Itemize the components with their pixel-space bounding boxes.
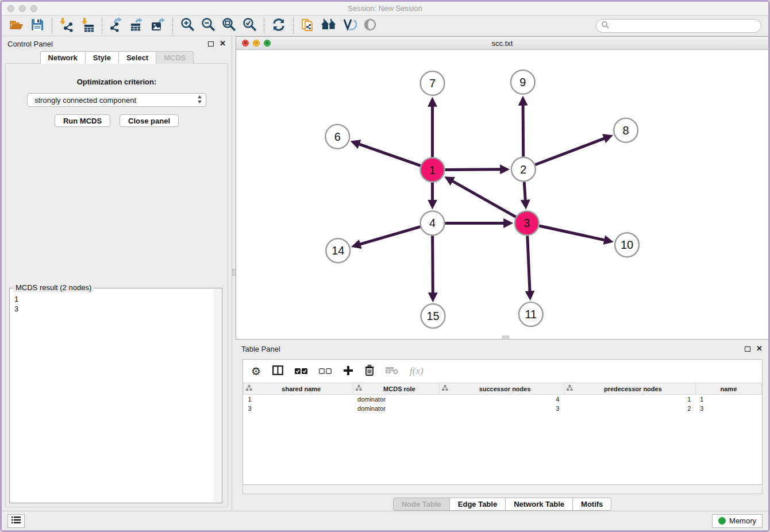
- cell-MCDS-role[interactable]: dominator: [353, 395, 440, 404]
- open-folder-icon: [9, 17, 24, 34]
- clone-network-button[interactable]: [298, 17, 318, 35]
- export-image-button[interactable]: [148, 17, 168, 35]
- table-options-button[interactable]: ⚙: [251, 365, 261, 378]
- graph-node-10[interactable]: 10: [615, 233, 639, 257]
- graph-edge-2-9[interactable]: [523, 105, 523, 157]
- show-columns-button[interactable]: [272, 365, 283, 377]
- graph-node-1[interactable]: 1: [421, 158, 445, 182]
- run-mcds-button[interactable]: Run MCDS: [55, 114, 110, 127]
- zoom-in-button[interactable]: [177, 17, 198, 35]
- search-input[interactable]: [612, 22, 756, 30]
- cell-successor-nodes[interactable]: 4: [440, 395, 564, 404]
- float-table-panel-icon[interactable]: [745, 346, 750, 352]
- column-header-label: shared name: [252, 385, 351, 392]
- memory-button[interactable]: Memory: [712, 514, 763, 528]
- graph-node-11[interactable]: 11: [519, 302, 543, 326]
- panel-splitter[interactable]: [232, 36, 236, 511]
- tab-style[interactable]: Style: [85, 51, 119, 64]
- network-resize-grip[interactable]: [502, 336, 509, 340]
- hide-panel-button[interactable]: [360, 17, 380, 35]
- tab-network[interactable]: Network: [40, 51, 86, 64]
- result-scrollbar[interactable]: [214, 289, 221, 502]
- import-table-button[interactable]: [77, 17, 98, 35]
- function-icon: f(x): [410, 365, 424, 377]
- list-icon: [11, 516, 21, 526]
- vizmapper-toggle-button[interactable]: [339, 17, 360, 35]
- import-network-icon: [59, 17, 74, 34]
- export-network-button[interactable]: [106, 17, 127, 35]
- refresh-button[interactable]: [268, 17, 289, 35]
- graph-edge-3-10[interactable]: [539, 226, 605, 240]
- save-session-button[interactable]: [27, 17, 48, 35]
- graph-edge-2-8[interactable]: [535, 138, 605, 165]
- column-header-name[interactable]: name: [695, 383, 761, 395]
- graph-edge-1-6[interactable]: [359, 144, 421, 165]
- task-history-button[interactable]: [7, 514, 25, 528]
- float-panel-icon[interactable]: [208, 41, 214, 47]
- graph-edge-3-1[interactable]: [452, 181, 516, 217]
- close-panel-icon[interactable]: ✕: [220, 41, 226, 47]
- network-canvas[interactable]: 1234678910111415: [236, 50, 768, 339]
- graph-edge-1-2[interactable]: [445, 169, 500, 170]
- deselect-all-columns-button[interactable]: [319, 367, 332, 376]
- apply-function-button[interactable]: f(x): [410, 365, 424, 377]
- table-row[interactable]: 1dominator411: [244, 395, 762, 404]
- table-row[interactable]: 3dominator323: [244, 404, 762, 413]
- create-column-button[interactable]: [343, 365, 353, 377]
- cell-name[interactable]: 1: [695, 395, 761, 404]
- cell-shared-name[interactable]: 3: [244, 404, 353, 413]
- column-header-successor-nodes[interactable]: successor nodes: [440, 383, 564, 395]
- graph-node-label: 4: [429, 217, 436, 229]
- import-table-icon: [80, 17, 95, 34]
- graph-node-14[interactable]: 14: [326, 238, 350, 263]
- memory-label: Memory: [729, 516, 756, 525]
- graph-node-3[interactable]: 3: [515, 211, 539, 235]
- close-table-panel-icon[interactable]: ✕: [756, 346, 763, 352]
- tab-edge-table[interactable]: Edge Table: [449, 498, 506, 511]
- tab-select[interactable]: Select: [118, 51, 156, 64]
- column-header-MCDS-role[interactable]: MCDS role: [353, 383, 440, 395]
- cell-successor-nodes[interactable]: 3: [440, 404, 564, 413]
- close-panel-button[interactable]: Close panel: [120, 114, 179, 127]
- graph-edge-2-3[interactable]: [524, 182, 525, 200]
- column-header-shared-name[interactable]: shared name: [244, 383, 353, 395]
- cell-name[interactable]: 3: [695, 404, 761, 413]
- tab-network-table[interactable]: Network Table: [505, 498, 573, 511]
- cell-MCDS-role[interactable]: dominator: [353, 404, 440, 413]
- graph-node-9[interactable]: 9: [511, 70, 535, 94]
- graph-edge-4-15[interactable]: [433, 236, 433, 293]
- toolbar-separator: [52, 18, 52, 34]
- graph-node-4[interactable]: 4: [421, 211, 445, 235]
- zoom-selected-button[interactable]: [239, 17, 260, 35]
- tab-node-table[interactable]: Node Table: [393, 498, 450, 511]
- export-table-button[interactable]: [127, 17, 148, 35]
- graph-edge-4-14[interactable]: [360, 227, 420, 245]
- select-all-columns-button[interactable]: [295, 367, 307, 376]
- tab-mcds[interactable]: MCDS: [156, 51, 194, 64]
- graph-node-7[interactable]: 7: [421, 71, 445, 95]
- tab-motifs[interactable]: Motifs: [572, 498, 611, 511]
- graph-node-2[interactable]: 2: [511, 157, 536, 182]
- graph-node-15[interactable]: 15: [421, 304, 445, 328]
- criterion-dropdown-value: strongly connected component: [34, 96, 197, 105]
- criterion-dropdown[interactable]: strongly connected component: [27, 93, 206, 107]
- cell-predecessor-nodes[interactable]: 2: [564, 404, 695, 413]
- table-hscrollbar[interactable]: [242, 485, 763, 494]
- graph-node-8[interactable]: 8: [614, 118, 638, 142]
- open-session-button[interactable]: [6, 17, 27, 35]
- delete-column-button[interactable]: [365, 365, 374, 377]
- cyndex-browse-button[interactable]: [318, 17, 339, 35]
- cell-shared-name[interactable]: 1: [244, 395, 353, 404]
- toolbar-separator: [264, 18, 264, 34]
- graph-node-6[interactable]: 6: [325, 125, 349, 149]
- cell-predecessor-nodes[interactable]: 1: [564, 395, 695, 404]
- column-header-label: predecessor nodes: [573, 385, 693, 392]
- delete-table-button[interactable]: [386, 367, 398, 376]
- column-header-predecessor-nodes[interactable]: predecessor nodes: [564, 383, 695, 395]
- graph-edge-3-11[interactable]: [528, 236, 530, 291]
- fit-content-icon: [221, 17, 236, 34]
- zoom-out-button[interactable]: [198, 17, 218, 35]
- fit-content-button[interactable]: [218, 17, 239, 35]
- import-network-button[interactable]: [56, 17, 77, 35]
- column-tree-icon: [246, 385, 252, 392]
